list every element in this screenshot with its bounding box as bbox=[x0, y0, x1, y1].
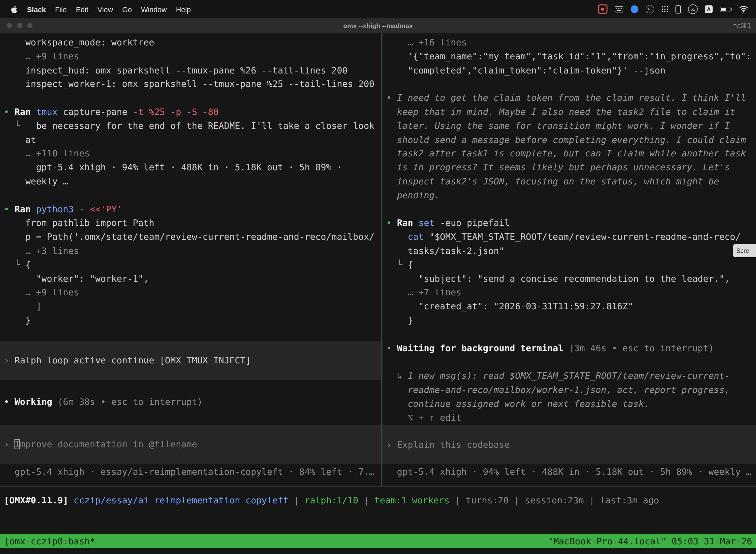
text-segment: gpt-5.4 xhigh · 94% left · 488K in · 5.1… bbox=[386, 467, 751, 477]
menu-edit[interactable]: Edit bbox=[76, 5, 88, 13]
apple-menu-icon[interactable] bbox=[11, 5, 18, 13]
blank-line bbox=[0, 409, 381, 425]
terminal-line: p = Path('.omx/state/team/review-current… bbox=[0, 230, 381, 244]
iphone-mirroring-icon[interactable] bbox=[675, 5, 681, 13]
screen-recording-indicator-icon[interactable] bbox=[598, 4, 608, 14]
text-segment: I need to get the claim token from the c… bbox=[397, 93, 746, 103]
terminal-line: } bbox=[0, 314, 381, 328]
text-segment: … +16 lines bbox=[386, 37, 467, 47]
ralph-loop-notice[interactable]: › Ralph loop active continue [OMX_TMUX_I… bbox=[0, 340, 381, 380]
tmux-status-bar: [omx-cczip0:bash* "MacBook-Pro-44.local"… bbox=[0, 534, 756, 548]
wifi-icon[interactable] bbox=[739, 6, 748, 12]
text-segment: Explain this codebase bbox=[397, 440, 510, 450]
terminal-line: … +3 lines bbox=[0, 244, 381, 258]
text-segment bbox=[386, 232, 408, 242]
zoom-window-button[interactable] bbox=[27, 22, 33, 28]
terminal-line: … +9 lines bbox=[0, 286, 381, 300]
blank-line bbox=[382, 355, 756, 369]
minimize-window-button[interactable] bbox=[17, 22, 22, 28]
text-segment: } bbox=[386, 315, 413, 325]
menu-window[interactable]: Window bbox=[141, 5, 167, 13]
pane-bottom-border bbox=[0, 486, 756, 487]
keyboard-icon[interactable] bbox=[615, 6, 623, 12]
blank-line bbox=[382, 77, 756, 91]
terminal-line: └ { bbox=[0, 258, 381, 272]
text-segment: › bbox=[4, 439, 15, 449]
text-segment: inspect_worker-1: omx sparkshell --tmux-… bbox=[4, 79, 375, 89]
blank-line bbox=[0, 91, 381, 105]
terminal-line: inspect_worker-1: omx sparkshell --tmux-… bbox=[0, 77, 381, 91]
text-segment: › bbox=[4, 355, 15, 365]
terminal-line: gpt-5.4 xhigh · 94% left · 488K in · 5.1… bbox=[0, 161, 381, 175]
blank-line bbox=[0, 328, 381, 340]
terminal-line: • Ran tmux capture-pane -t %25 -p -S -80 bbox=[0, 105, 381, 119]
text-segment: • bbox=[4, 397, 15, 407]
text-segment: capture-pane bbox=[63, 107, 133, 117]
terminal-line: task2 after task1 is complete, but can I… bbox=[382, 147, 756, 161]
terminal-line: keep that in mind. Maybe I also need the… bbox=[382, 105, 756, 119]
text-segment: … +110 lines bbox=[4, 149, 90, 159]
terminal-line: └ be necessary for the end of the README… bbox=[0, 119, 381, 133]
input-source-icon[interactable]: A bbox=[705, 5, 712, 13]
text-segment: should send a message before completing … bbox=[386, 134, 746, 145]
text-segment: -euo pipefail bbox=[440, 218, 510, 228]
prompt-input-left[interactable]: › Improve documentation in @filename bbox=[0, 425, 381, 464]
terminal-line: at bbox=[0, 133, 381, 147]
terminal-line: "created_at": "2026-03-31T11:59:27.816Z" bbox=[382, 300, 756, 314]
pane-divider[interactable] bbox=[381, 33, 382, 486]
menu-view[interactable]: View bbox=[98, 5, 113, 13]
prompt-input-right[interactable]: › Explain this codebase bbox=[382, 425, 756, 464]
text-segment: • bbox=[386, 93, 397, 103]
window-shortcut-hint: ⌥⌘1 bbox=[733, 21, 751, 29]
terminal-line: "completed","claim_token":"claim-token"}… bbox=[382, 63, 756, 77]
text-segment: at bbox=[4, 134, 36, 145]
terminal-line: "subject": "send a concise recommendatio… bbox=[382, 272, 756, 286]
terminal-line: readme-and-reco/mailbox/worker-1.json, a… bbox=[382, 383, 756, 397]
text-segment: -t %25 -p -S -80 bbox=[133, 107, 218, 117]
text-segment: ↳ bbox=[386, 371, 408, 381]
terminal-line: • I need to get the claim token from the… bbox=[382, 91, 756, 105]
text-segment: inspect task2's JSON, focusing on the st… bbox=[386, 176, 719, 186]
battery-percent-badge-icon[interactable]: 61 bbox=[688, 4, 698, 14]
text-segment: keep that in mind. Maybe I also need the… bbox=[386, 107, 735, 117]
text-segment: '{"team_name":"my-team","task_id":"1","f… bbox=[386, 51, 751, 61]
text-segment: … +3 lines bbox=[4, 246, 79, 256]
text-segment: › bbox=[386, 440, 397, 450]
terminal-line: later. Using the same for transition mig… bbox=[382, 119, 756, 133]
dots-grid-icon[interactable] bbox=[662, 6, 668, 12]
text-segment: "created_at": "2026-03-31T11:59:27.816Z" bbox=[386, 301, 633, 312]
close-window-button[interactable] bbox=[7, 22, 12, 28]
terminal-line: weekly … bbox=[0, 175, 381, 189]
text-segment: | bbox=[359, 495, 375, 505]
battery-icon[interactable] bbox=[720, 6, 732, 12]
menu-go[interactable]: Go bbox=[122, 5, 132, 13]
tmux-host-clock-label: "MacBook-Pro-44.local" 05:03 31-Mar-26 bbox=[548, 536, 752, 546]
text-segment: team:1 workers bbox=[375, 495, 450, 505]
text-segment: p = Path('.omx/state/team/review-current… bbox=[4, 232, 375, 242]
terminal-line: • Ran set -euo pipefail bbox=[382, 216, 756, 230]
blue-app-icon[interactable] bbox=[631, 5, 638, 13]
text-segment: … +7 lines bbox=[386, 287, 461, 297]
text-segment: mprove documentation in @filename bbox=[20, 439, 197, 449]
text-segment: Ran bbox=[15, 107, 36, 117]
text-segment: cat bbox=[408, 232, 429, 242]
text-segment: <<'PY' bbox=[90, 204, 122, 214]
text-segment: cczip/essay/ai-reimplementation-copyleft bbox=[74, 495, 289, 505]
active-app-menu[interactable]: Slack bbox=[27, 5, 46, 13]
window-title-bar[interactable]: omx --xhigh --madmax ⌥⌘1 bbox=[0, 18, 756, 33]
text-segment: … +9 lines bbox=[4, 51, 79, 61]
menu-help[interactable]: Help bbox=[176, 5, 191, 13]
terminal-line: is in progress? It seems likely but perh… bbox=[382, 161, 756, 175]
text-segment: Ran bbox=[397, 218, 419, 228]
terminal-line: cat "$OMX_TEAM_STATE_ROOT/team/review-cu… bbox=[382, 230, 756, 244]
text-segment: gpt-5.4 xhigh · essay/ai-reimplementatio… bbox=[4, 466, 375, 477]
omx-status-line: [OMX#0.11.9] cczip/essay/ai-reimplementa… bbox=[0, 493, 659, 507]
terminal-line: … +7 lines bbox=[382, 286, 756, 300]
menu-file[interactable]: File bbox=[55, 5, 67, 13]
text-segment: [OMX#0.11.9] bbox=[4, 495, 74, 505]
text-segment: "worker": "worker-1", bbox=[4, 274, 149, 284]
terminal-app-icon[interactable]: >_ bbox=[646, 5, 654, 13]
text-segment: - bbox=[79, 204, 90, 214]
terminal-line: inspect_hud: omx sparkshell --tmux-pane … bbox=[0, 63, 381, 77]
text-segment: weekly … bbox=[4, 176, 68, 186]
